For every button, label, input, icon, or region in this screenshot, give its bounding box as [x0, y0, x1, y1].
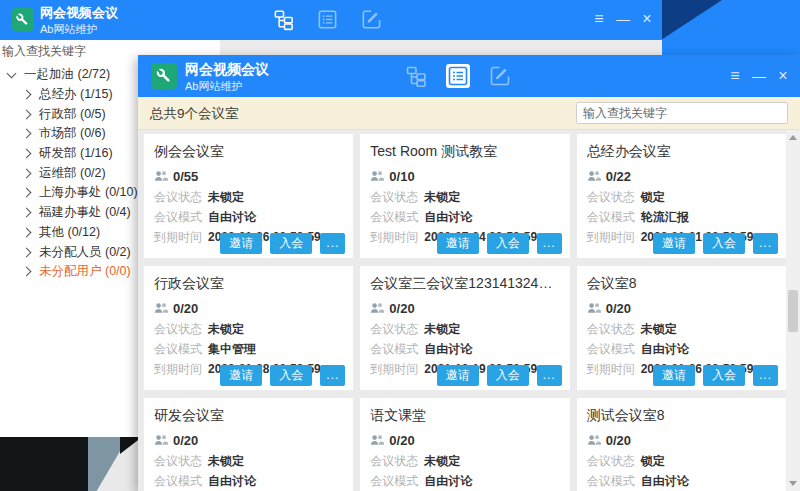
room-status-value: 未锁定: [208, 451, 244, 471]
menu-icon[interactable]: [724, 67, 746, 85]
more-button[interactable]: ...: [320, 233, 345, 254]
tree-item-label: 运维部 (0/2): [39, 165, 106, 182]
occupancy-count: 0/20: [606, 433, 631, 448]
more-button[interactable]: ...: [537, 233, 562, 254]
room-mode-value: 自由讨论: [424, 339, 472, 359]
chevron-right-icon[interactable]: [22, 227, 32, 237]
card-actions: 邀请入会...: [437, 365, 562, 386]
occupancy-count: 0/20: [389, 433, 414, 448]
hierarchy-icon: [272, 8, 295, 31]
room-card: 例会会议室 0/55会议状态未锁定会议模式自由讨论到期时间2028-01-26 …: [144, 134, 353, 258]
room-status-value: 未锁定: [424, 319, 460, 339]
tree-item-label: 一起加油 (2/72): [24, 66, 110, 83]
occupancy-count: 0/20: [173, 301, 198, 316]
app-title: 网会视频会议: [185, 62, 269, 77]
meeting-list-tab[interactable]: [316, 8, 339, 31]
tree-item-label: 上海办事处 (0/10): [39, 184, 138, 201]
occupancy-row: 0/20: [587, 298, 776, 318]
room-title: 研发会议室: [154, 407, 343, 425]
room-card: Test Room 测试教室 0/10会议状态未锁定会议模式自由讨论到期时间20…: [360, 134, 569, 258]
join-button[interactable]: 入会: [487, 233, 529, 254]
room-card: 研发会议室 0/20会议状态未锁定会议模式自由讨论到期时间2022-01-26 …: [144, 398, 353, 491]
invite-button[interactable]: 邀请: [653, 233, 695, 254]
chevron-right-icon[interactable]: [22, 188, 32, 198]
room-status-label: 会议状态: [587, 319, 641, 339]
chevron-right-icon[interactable]: [22, 129, 32, 139]
join-button[interactable]: 入会: [703, 365, 745, 386]
room-status-row: 会议状态未锁定: [154, 451, 343, 471]
tree-item-label: 未分配用户 (0/0): [39, 263, 131, 280]
occupancy-row: 0/20: [154, 430, 343, 450]
join-button[interactable]: 入会: [487, 365, 529, 386]
room-mode-value: 自由讨论: [208, 207, 256, 227]
more-button[interactable]: ...: [537, 365, 562, 386]
occupancy-row: 0/20: [154, 298, 343, 318]
chevron-right-icon[interactable]: [22, 267, 32, 277]
chevron-right-icon[interactable]: [22, 208, 32, 218]
room-card: 会议室8 0/20会议状态未锁定会议模式自由讨论到期时间2022-01-26 2…: [577, 266, 786, 390]
menu-icon[interactable]: [588, 10, 610, 28]
back-window-titlebar: 网会视频会议 Ab网站维护: [0, 0, 662, 40]
scrollbar-thumb[interactable]: [788, 290, 798, 332]
room-status-row: 会议状态未锁定: [370, 319, 559, 339]
invite-button[interactable]: 邀请: [653, 365, 695, 386]
chevron-right-icon[interactable]: [22, 168, 32, 178]
room-title: 总经办会议室: [587, 143, 776, 161]
more-button[interactable]: ...: [753, 233, 778, 254]
scroll-down-icon[interactable]: [789, 481, 797, 486]
join-button[interactable]: 入会: [703, 233, 745, 254]
minimize-icon[interactable]: [748, 67, 770, 85]
room-mode-value: 轮流汇报: [641, 207, 689, 227]
people-icon: [587, 302, 601, 314]
invite-button[interactable]: 邀请: [437, 365, 479, 386]
occupancy-count: 0/20: [606, 301, 631, 316]
card-actions: 邀请入会...: [437, 233, 562, 254]
more-button[interactable]: ...: [753, 365, 778, 386]
hierarchy-tab[interactable]: [272, 8, 295, 31]
close-icon[interactable]: [636, 10, 658, 28]
room-search-input[interactable]: [576, 102, 788, 124]
chevron-right-icon[interactable]: [22, 247, 32, 257]
room-mode-row: 会议模式自由讨论: [587, 471, 776, 491]
join-button[interactable]: 入会: [270, 233, 312, 254]
chevron-right-icon[interactable]: [22, 149, 32, 159]
more-button[interactable]: ...: [320, 365, 345, 386]
app-icon: [12, 8, 34, 31]
room-mode-row: 会议模式自由讨论: [370, 207, 559, 227]
room-card: 测试会议室8 0/20会议状态锁定会议模式自由讨论到期时间2021-06-30 …: [577, 398, 786, 491]
invite-button[interactable]: 邀请: [437, 233, 479, 254]
compose-tab[interactable]: [488, 64, 512, 88]
vertical-scrollbar[interactable]: [786, 130, 800, 491]
tree-item-label: 市场部 (0/6): [39, 125, 106, 142]
room-status-label: 会议状态: [587, 451, 641, 471]
chevron-right-icon[interactable]: [22, 109, 32, 119]
room-title: 会议室三会议室123141324141三会...: [370, 275, 559, 293]
app-icon: [151, 63, 177, 89]
room-card: 会议室三会议室123141324141三会... 0/20会议状态未锁定会议模式…: [360, 266, 569, 390]
people-icon: [370, 170, 384, 182]
room-status-label: 会议状态: [154, 319, 208, 339]
room-status-label: 会议状态: [370, 187, 424, 207]
occupancy-row: 0/20: [370, 298, 559, 318]
room-mode-value: 自由讨论: [641, 471, 689, 491]
hierarchy-tab[interactable]: [404, 64, 428, 88]
scroll-up-icon[interactable]: [789, 135, 797, 140]
invite-button[interactable]: 邀请: [220, 365, 262, 386]
close-icon[interactable]: [772, 67, 794, 85]
join-button[interactable]: 入会: [270, 365, 312, 386]
chevron-down-icon[interactable]: [7, 68, 17, 78]
minimize-icon[interactable]: [612, 10, 634, 28]
people-icon: [154, 302, 168, 314]
chevron-right-icon[interactable]: [22, 90, 32, 100]
room-status-value: 未锁定: [424, 187, 460, 207]
invite-button[interactable]: 邀请: [220, 233, 262, 254]
people-icon: [154, 434, 168, 446]
occupancy-row: 0/20: [370, 430, 559, 450]
front-window: 网会视频会议 Ab网站维护 总共9个会议室: [138, 55, 800, 491]
room-mode-value: 集中管理: [208, 339, 256, 359]
room-status-value: 未锁定: [208, 319, 244, 339]
occupancy-row: 0/20: [587, 430, 776, 450]
compose-tab[interactable]: [360, 8, 383, 31]
room-title: 语文课堂: [370, 407, 559, 425]
meeting-list-tab[interactable]: [446, 64, 470, 88]
